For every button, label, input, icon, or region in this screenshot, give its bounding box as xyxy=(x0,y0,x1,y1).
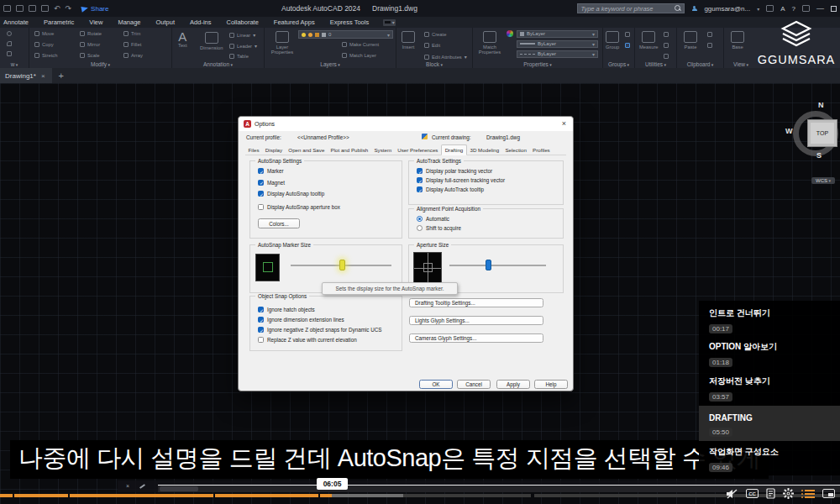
new-tab-button[interactable]: + xyxy=(59,71,64,81)
autosnap-tooltip-checkbox[interactable] xyxy=(258,191,264,197)
ribbon-tab-collaborate[interactable]: Collaborate xyxy=(218,18,265,26)
chapter-item[interactable]: OPTION 알아보기 01:18 xyxy=(699,341,840,368)
linetype-dropdown[interactable]: ByLayer ▾ xyxy=(517,50,598,58)
tab-system[interactable]: System xyxy=(371,145,395,155)
close-icon[interactable]: × xyxy=(126,483,129,489)
panel-label-modify[interactable]: Modify xyxy=(29,61,171,67)
aperture-box-checkbox[interactable] xyxy=(258,204,264,210)
tab-selection[interactable]: Selection xyxy=(502,145,530,155)
tool-group[interactable]: Group xyxy=(606,31,619,50)
tool-trim[interactable]: Trim xyxy=(123,31,140,36)
cameras-glyph-settings-button[interactable]: Cameras Glyph Settings... xyxy=(409,333,543,343)
viewcube[interactable]: N W S TOP WCS xyxy=(781,99,840,192)
tool-match-properties[interactable]: Match Properties xyxy=(476,31,503,55)
tab-drafting[interactable]: Drafting xyxy=(441,144,467,155)
panel-label-annotation[interactable]: Annotation xyxy=(172,61,264,67)
undo-icon[interactable]: ↶ xyxy=(54,5,60,13)
fullscreen-vector-checkbox[interactable] xyxy=(417,177,423,183)
tab-plot-and-publish[interactable]: Plot and Publish xyxy=(328,145,371,155)
ribbon-tab-manage[interactable]: Manage xyxy=(110,18,148,26)
draw-tool-icon[interactable] xyxy=(7,31,12,36)
wcs-dropdown[interactable]: WCS xyxy=(811,177,835,184)
tab-open-and-save[interactable]: Open and Save xyxy=(286,145,328,155)
redo-icon[interactable]: ↷ xyxy=(66,5,72,13)
transcript-icon[interactable] xyxy=(766,488,775,499)
viewcube-top-face[interactable]: TOP xyxy=(807,119,837,147)
compass-north[interactable]: N xyxy=(818,101,824,109)
tool-copy[interactable]: Copy xyxy=(34,42,54,47)
ignore-hatch-checkbox[interactable] xyxy=(258,307,264,312)
tool-edit-attributes[interactable]: Edit Attributes▾ xyxy=(424,54,467,60)
new-file-icon[interactable] xyxy=(3,5,11,12)
panel-label-block[interactable]: Block xyxy=(396,61,472,67)
ribbon-tab-parametric[interactable]: Parametric xyxy=(36,18,81,26)
ribbon-tab-express-tools[interactable]: Express Tools xyxy=(323,18,377,26)
ribbon-tab-output[interactable]: Output xyxy=(149,18,183,26)
draw-tool-icon[interactable] xyxy=(7,51,12,56)
ribbon-tab-addins[interactable]: Add-ins xyxy=(182,18,218,26)
clipboard-tool-icon[interactable] xyxy=(707,32,712,37)
document-tab[interactable]: Drawing1* × xyxy=(0,68,52,83)
captions-icon[interactable]: CC xyxy=(746,489,759,498)
draw-tool-icon[interactable] xyxy=(7,41,12,46)
lineweight-dropdown[interactable]: ByLayer ▾ xyxy=(517,40,598,48)
share-button[interactable]: Share xyxy=(81,5,108,13)
chapters-list-icon[interactable] xyxy=(801,490,815,498)
lights-glyph-settings-button[interactable]: Lights Glyph Settings... xyxy=(409,316,543,325)
object-color-dropdown[interactable]: ByLayer ▾ xyxy=(517,30,598,38)
magnet-checkbox[interactable] xyxy=(258,180,264,186)
tool-edit-block[interactable]: Edit xyxy=(424,43,440,48)
aperture-size-slider-thumb[interactable] xyxy=(486,260,491,270)
marker-size-slider-thumb[interactable] xyxy=(339,260,345,270)
chapter-item[interactable]: 인트로 건너뛰기 00:17 xyxy=(699,307,840,334)
search-input[interactable] xyxy=(580,5,675,13)
apply-button[interactable]: Apply xyxy=(496,380,530,389)
tool-array[interactable]: Array xyxy=(123,53,143,58)
panel-label-view[interactable]: View xyxy=(724,61,758,67)
utility-tool-icon[interactable] xyxy=(664,54,669,59)
tool-create-block[interactable]: Create xyxy=(424,32,446,37)
tool-mirror[interactable]: Mirror xyxy=(80,42,100,47)
panel-label-draw[interactable]: w xyxy=(0,61,29,67)
dialog-titlebar[interactable]: A Options × xyxy=(239,117,573,131)
autotrack-tooltip-checkbox[interactable] xyxy=(417,186,423,192)
tool-rotate[interactable]: Rotate xyxy=(80,31,102,36)
ribbon-tab-annotate[interactable]: Annotate xyxy=(0,18,36,26)
drafting-tooltip-settings-button[interactable]: Drafting Tooltip Settings... xyxy=(409,298,543,307)
tool-move[interactable]: Move xyxy=(34,31,54,36)
tool-match-layer[interactable]: Match Layer xyxy=(342,53,376,58)
tab-display[interactable]: Display xyxy=(262,145,285,155)
chevron-down-icon[interactable]: ▾ xyxy=(757,6,759,12)
save-icon[interactable] xyxy=(29,5,36,12)
wrench-icon[interactable] xyxy=(139,484,145,489)
tab-user-preferences[interactable]: User Preferences xyxy=(395,145,441,155)
panel-label-layers[interactable]: Layers xyxy=(265,61,396,67)
tool-layer-properties[interactable]: Layer Properties xyxy=(268,31,297,55)
panel-label-utilities[interactable]: Utilities xyxy=(635,61,676,67)
marker-checkbox[interactable] xyxy=(258,168,264,174)
tab-files[interactable]: Files xyxy=(245,145,262,155)
ribbon-tab-featured-apps[interactable]: Featured Apps xyxy=(266,18,323,26)
utility-tool-icon[interactable] xyxy=(664,43,669,48)
aperture-size-slider[interactable] xyxy=(449,260,546,270)
layer-select-dropdown[interactable]: 0 ▾ xyxy=(298,30,393,39)
colors-button[interactable]: Colors... xyxy=(258,218,300,228)
ribbon-options-button[interactable]: ▾ xyxy=(383,19,396,26)
app-store-icon[interactable] xyxy=(766,5,774,12)
search-icon[interactable] xyxy=(675,5,681,12)
group-tool-icon[interactable] xyxy=(625,43,630,48)
shift-to-acquire-radio[interactable] xyxy=(417,225,423,231)
feedback-icon[interactable] xyxy=(802,5,810,12)
video-progress-bar[interactable] xyxy=(0,494,840,497)
panel-label-clipboard[interactable]: Clipboard xyxy=(677,61,723,67)
account-name[interactable]: ggumsara@n... xyxy=(704,5,750,13)
ribbon-tab-view[interactable]: View xyxy=(81,18,110,26)
tool-scale[interactable]: Scale xyxy=(80,53,100,58)
close-icon[interactable]: × xyxy=(562,119,566,128)
help-icon[interactable]: ? xyxy=(792,5,795,13)
tool-text[interactable]: A Text xyxy=(178,30,187,48)
mute-icon[interactable] xyxy=(726,489,738,499)
color-wheel-icon[interactable] xyxy=(507,30,513,37)
chapter-item[interactable]: 저장버전 낮추기 03:57 xyxy=(699,375,840,402)
open-file-icon[interactable] xyxy=(16,5,24,12)
